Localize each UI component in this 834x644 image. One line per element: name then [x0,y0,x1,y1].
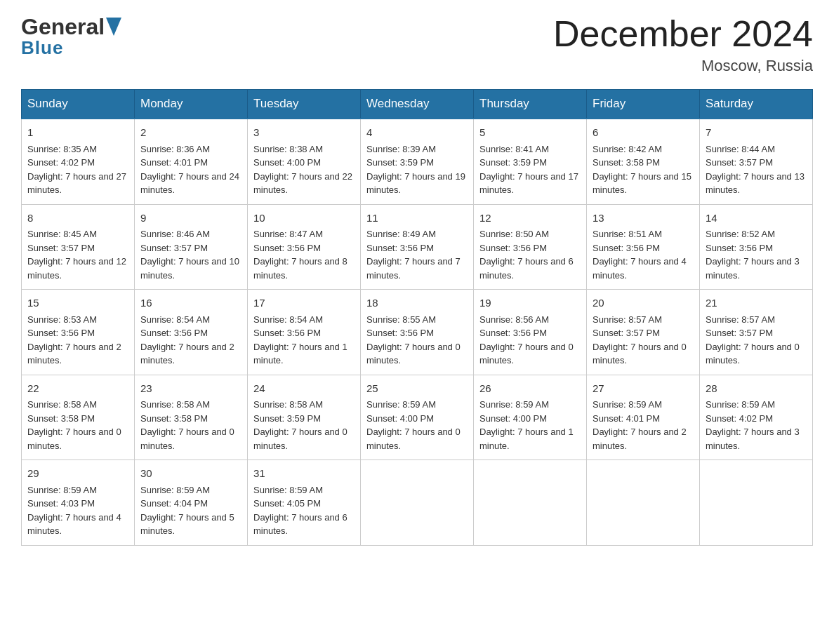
calendar-cell: 21Sunrise: 8:57 AMSunset: 3:57 PMDayligh… [700,290,813,375]
calendar-cell: 24Sunrise: 8:58 AMSunset: 3:59 PMDayligh… [248,375,361,460]
sunrise-text: Sunrise: 8:59 AM [253,485,323,495]
daylight-text: Daylight: 7 hours and 17 minutes. [479,171,578,196]
day-number: 9 [140,210,241,227]
day-number: 14 [706,210,807,227]
day-number: 29 [27,466,128,482]
sunrise-text: Sunrise: 8:52 AM [706,229,775,239]
sunrise-text: Sunrise: 8:42 AM [593,144,662,154]
day-number: 30 [140,466,241,482]
sunrise-text: Sunrise: 8:38 AM [253,144,323,154]
day-number: 12 [479,210,581,227]
daylight-text: Daylight: 7 hours and 8 minutes. [253,256,348,281]
sunset-text: Sunset: 3:56 PM [366,328,434,338]
sunset-text: Sunset: 4:00 PM [479,413,547,424]
daylight-text: Daylight: 7 hours and 0 minutes. [593,342,687,366]
sunset-text: Sunset: 3:56 PM [479,243,547,253]
calendar-cell: 5Sunrise: 8:41 AMSunset: 3:59 PMDaylight… [474,119,587,204]
month-year-title: December 2024 [553,14,813,54]
day-number: 21 [706,295,807,311]
day-number: 10 [253,210,355,227]
calendar-week-row: 29Sunrise: 8:59 AMSunset: 4:03 PMDayligh… [22,460,813,546]
daylight-text: Daylight: 7 hours and 12 minutes. [27,256,126,281]
sunset-text: Sunset: 4:05 PM [253,498,321,509]
sunrise-text: Sunrise: 8:35 AM [27,144,97,154]
day-number: 23 [140,381,241,397]
header-cell-sunday: Sunday [22,90,135,119]
sunrise-text: Sunrise: 8:53 AM [27,314,97,325]
calendar-cell: 4Sunrise: 8:39 AMSunset: 3:59 PMDaylight… [361,119,474,204]
daylight-text: Daylight: 7 hours and 6 minutes. [479,256,574,281]
day-number: 26 [479,381,581,397]
sunset-text: Sunset: 3:58 PM [140,413,208,424]
daylight-text: Daylight: 7 hours and 2 minutes. [27,342,121,366]
day-number: 4 [366,125,468,141]
sunrise-text: Sunrise: 8:59 AM [140,485,210,495]
daylight-text: Daylight: 7 hours and 27 minutes. [27,171,126,196]
header-cell-monday: Monday [135,90,248,119]
calendar-cell: 30Sunrise: 8:59 AMSunset: 4:04 PMDayligh… [135,460,248,546]
sunrise-text: Sunrise: 8:59 AM [27,485,97,495]
calendar-week-row: 15Sunrise: 8:53 AMSunset: 3:56 PMDayligh… [22,290,813,375]
calendar-cell: 25Sunrise: 8:59 AMSunset: 4:00 PMDayligh… [361,375,474,460]
sunset-text: Sunset: 3:56 PM [140,328,208,338]
calendar-cell: 20Sunrise: 8:57 AMSunset: 3:57 PMDayligh… [587,290,700,375]
calendar-cell: 15Sunrise: 8:53 AMSunset: 3:56 PMDayligh… [22,290,135,375]
calendar-cell: 19Sunrise: 8:56 AMSunset: 3:56 PMDayligh… [474,290,587,375]
sunset-text: Sunset: 3:56 PM [366,243,434,253]
sunrise-text: Sunrise: 8:49 AM [366,229,436,239]
logo-general-text: General [21,14,105,40]
sunset-text: Sunset: 3:56 PM [253,328,321,338]
day-number: 3 [253,125,355,141]
calendar-cell: 10Sunrise: 8:47 AMSunset: 3:56 PMDayligh… [248,204,361,290]
sunset-text: Sunset: 3:57 PM [593,328,660,338]
day-number: 15 [27,295,128,311]
daylight-text: Daylight: 7 hours and 19 minutes. [366,171,465,196]
daylight-text: Daylight: 7 hours and 1 minute. [253,342,348,366]
sunrise-text: Sunrise: 8:46 AM [140,229,210,239]
calendar-cell: 11Sunrise: 8:49 AMSunset: 3:56 PMDayligh… [361,204,474,290]
calendar-cell: 6Sunrise: 8:42 AMSunset: 3:58 PMDaylight… [587,119,700,204]
svg-marker-0 [106,18,121,36]
calendar-cell [474,460,587,546]
day-number: 5 [479,125,581,141]
calendar-header: SundayMondayTuesdayWednesdayThursdayFrid… [22,90,813,119]
daylight-text: Daylight: 7 hours and 3 minutes. [706,427,800,451]
sunrise-text: Sunrise: 8:45 AM [27,229,97,239]
day-number: 22 [27,381,128,397]
sunrise-text: Sunrise: 8:36 AM [140,144,210,154]
daylight-text: Daylight: 7 hours and 0 minutes. [140,427,234,451]
sunrise-text: Sunrise: 8:59 AM [366,399,436,410]
calendar-cell: 9Sunrise: 8:46 AMSunset: 3:57 PMDaylight… [135,204,248,290]
sunrise-text: Sunrise: 8:54 AM [140,314,210,325]
sunset-text: Sunset: 3:56 PM [479,328,547,338]
sunset-text: Sunset: 4:02 PM [27,157,95,168]
sunset-text: Sunset: 3:57 PM [140,243,208,253]
sunset-text: Sunset: 3:59 PM [479,157,547,168]
sunset-text: Sunset: 3:59 PM [253,413,321,424]
daylight-text: Daylight: 7 hours and 3 minutes. [706,256,800,281]
title-block: December 2024 Moscow, Russia [553,14,813,75]
calendar-cell: 27Sunrise: 8:59 AMSunset: 4:01 PMDayligh… [587,375,700,460]
daylight-text: Daylight: 7 hours and 6 minutes. [253,512,348,537]
day-number: 28 [706,381,807,397]
calendar-cell: 17Sunrise: 8:54 AMSunset: 3:56 PMDayligh… [248,290,361,375]
sunrise-text: Sunrise: 8:58 AM [27,399,97,410]
day-number: 18 [366,295,468,311]
sunrise-text: Sunrise: 8:57 AM [593,314,662,325]
sunrise-text: Sunrise: 8:57 AM [706,314,775,325]
day-number: 16 [140,295,241,311]
header-cell-friday: Friday [587,90,700,119]
sunset-text: Sunset: 3:56 PM [27,328,95,338]
calendar-cell: 28Sunrise: 8:59 AMSunset: 4:02 PMDayligh… [700,375,813,460]
sunrise-text: Sunrise: 8:41 AM [479,144,549,154]
sunrise-text: Sunrise: 8:59 AM [706,399,775,410]
calendar-cell: 8Sunrise: 8:45 AMSunset: 3:57 PMDaylight… [22,204,135,290]
calendar-cell: 26Sunrise: 8:59 AMSunset: 4:00 PMDayligh… [474,375,587,460]
daylight-text: Daylight: 7 hours and 4 minutes. [593,256,687,281]
daylight-text: Daylight: 7 hours and 1 minute. [479,427,574,451]
day-number: 31 [253,466,355,482]
day-number: 17 [253,295,355,311]
calendar-cell: 18Sunrise: 8:55 AMSunset: 3:56 PMDayligh… [361,290,474,375]
sunrise-text: Sunrise: 8:47 AM [253,229,323,239]
sunrise-text: Sunrise: 8:39 AM [366,144,436,154]
